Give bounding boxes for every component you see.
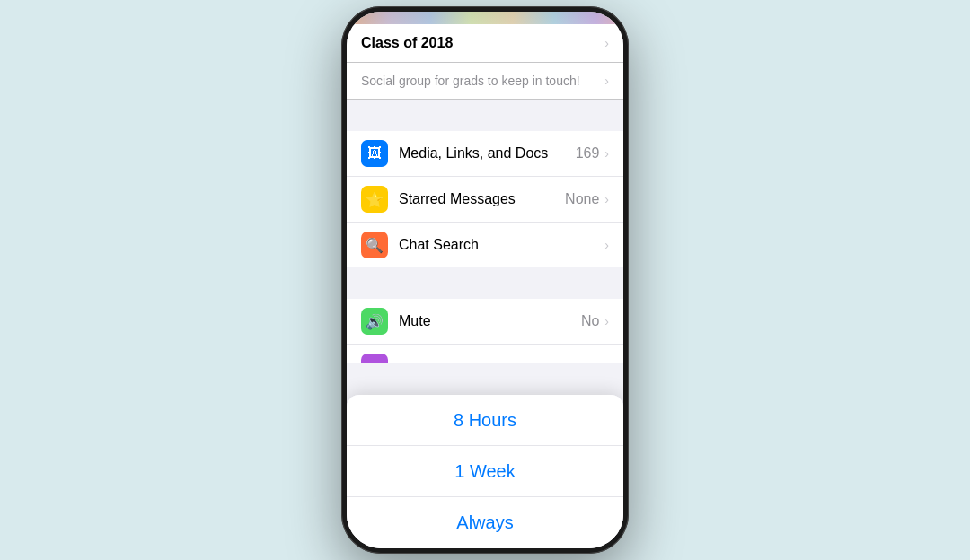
action-1week[interactable]: 1 Week: [347, 446, 623, 497]
search-row[interactable]: 🔍 Chat Search ›: [347, 223, 623, 267]
phone-screen: Class of 2018 › Social group for grads t…: [347, 12, 623, 548]
action-8hours-label: 8 Hours: [454, 410, 516, 431]
starred-label: Starred Messages: [399, 191, 565, 207]
action-always-label: Always: [456, 512, 513, 533]
mute-icon: 🔊: [361, 308, 388, 335]
group-name-chevron: ›: [604, 36, 609, 50]
starred-row[interactable]: ⭐ Starred Messages None ›: [347, 177, 623, 223]
mute-chevron: ›: [604, 314, 609, 328]
mute-group: 🔊 Mute No ›: [347, 299, 623, 363]
mute-value: No: [581, 313, 599, 329]
starred-icon: ⭐: [361, 186, 388, 213]
action-8hours[interactable]: 8 Hours: [347, 395, 623, 446]
starred-value: None: [565, 191, 599, 207]
action-1week-label: 1 Week: [454, 461, 515, 482]
phone-frame: Class of 2018 › Social group for grads t…: [341, 6, 629, 554]
group-name: Class of 2018: [361, 35, 453, 51]
partial-icon: [361, 354, 388, 363]
search-label: Chat Search: [399, 237, 599, 253]
group-description-text: Social group for grads to keep in touch!: [361, 74, 580, 88]
group-photo-strip: [347, 12, 623, 24]
media-value: 169: [576, 145, 600, 162]
settings-group: 🖼 Media, Links, and Docs 169 › ⭐ Starred…: [347, 131, 623, 267]
media-icon: 🖼: [361, 140, 388, 167]
search-icon: 🔍: [361, 232, 388, 258]
starred-chevron: ›: [604, 192, 609, 206]
section-gap-2: [347, 267, 623, 299]
mute-row[interactable]: 🔊 Mute No ›: [347, 299, 623, 345]
action-always[interactable]: Always: [347, 497, 623, 548]
media-label: Media, Links, and Docs: [399, 145, 576, 162]
media-chevron: ›: [604, 146, 609, 161]
action-sheet: 8 Hours 1 Week Always: [347, 395, 623, 548]
group-name-row[interactable]: Class of 2018 ›: [347, 24, 623, 63]
mute-label: Mute: [399, 313, 581, 329]
group-description-chevron: ›: [604, 74, 609, 88]
search-chevron: ›: [604, 238, 609, 252]
group-description-row[interactable]: Social group for grads to keep in touch!…: [347, 63, 623, 100]
partial-row: [347, 345, 623, 363]
section-gap-1: [347, 100, 623, 131]
media-row[interactable]: 🖼 Media, Links, and Docs 169 ›: [347, 131, 623, 177]
